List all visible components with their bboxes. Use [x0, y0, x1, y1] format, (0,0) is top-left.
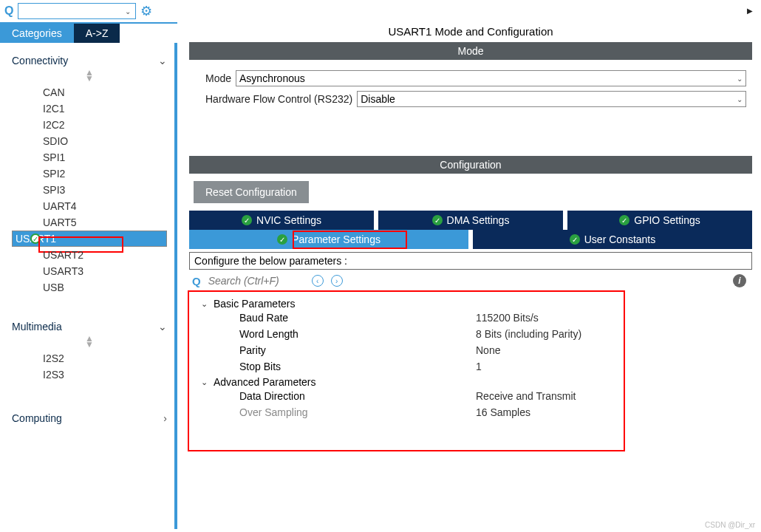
param-row[interactable]: Stop Bits1	[195, 358, 746, 375]
param-row[interactable]: Word Length8 Bits (including Parity)	[195, 326, 746, 342]
group-basic-parameters[interactable]: ⌄Basic Parameters	[195, 298, 746, 310]
page-title: USART1 Mode and Configuration	[189, 25, 752, 38]
main-panel: USART1 Mode and Configuration Mode Mode …	[177, 22, 761, 532]
sidebar-item-i2c1[interactable]: I2C1	[12, 100, 167, 117]
sidebar-item-usart3[interactable]: USART3	[12, 263, 167, 279]
expand-icon[interactable]	[752, 0, 761, 22]
param-row[interactable]: Baud Rate115200 Bits/s	[195, 310, 746, 326]
chevron-right-icon: ›	[163, 412, 167, 424]
sort-icon[interactable]: ▲▼	[12, 69, 167, 81]
group-label: Multimedia	[12, 321, 62, 332]
tab-dma-settings[interactable]: ✓DMA Settings	[378, 211, 563, 230]
tab-az[interactable]: A->Z	[74, 24, 120, 43]
chevron-down-icon: ⌄	[158, 321, 167, 332]
mode-select[interactable]: Asynchronous⌄	[236, 70, 746, 86]
sidebar-item-spi1[interactable]: SPI1	[12, 149, 167, 166]
tab-gpio-settings[interactable]: ✓GPIO Settings	[567, 211, 752, 230]
chevron-down-icon: ⌄	[125, 7, 131, 16]
sort-icon[interactable]: ▲▼	[12, 335, 167, 347]
sidebar-item-uart4[interactable]: UART4	[12, 198, 167, 214]
chevron-down-icon: ⌄	[737, 75, 743, 83]
sidebar-item-i2c2[interactable]: I2C2	[12, 117, 167, 133]
tab-categories[interactable]: Categories	[0, 24, 74, 43]
check-icon: ✓	[570, 234, 580, 245]
sidebar-item-spi2[interactable]: SPI2	[12, 166, 167, 182]
watermark: CSDN @Dir_xr	[705, 521, 755, 529]
sidebar-item-i2s3[interactable]: I2S3	[12, 366, 167, 383]
chevron-down-icon: ⌄	[201, 378, 208, 387]
group-computing[interactable]: Computing ›	[12, 412, 167, 424]
group-label: Computing	[12, 412, 62, 424]
search-icon: Q	[4, 4, 13, 18]
param-search-input[interactable]	[208, 275, 304, 287]
flowcontrol-select[interactable]: Disable⌄	[357, 91, 746, 107]
chevron-down-icon: ⌄	[201, 299, 208, 309]
mode-label: Mode	[205, 72, 231, 84]
category-filter-input[interactable]: ⌄	[18, 3, 136, 19]
sidebar-item-sdio[interactable]: SDIO	[12, 133, 167, 149]
group-connectivity[interactable]: Connectivity ⌄	[12, 55, 167, 66]
sidebar-item-spi3[interactable]: SPI3	[12, 182, 167, 198]
tab-user-constants[interactable]: ✓User Constants	[473, 230, 752, 249]
check-icon: ✓	[619, 215, 629, 225]
check-icon: ✓	[432, 215, 443, 225]
group-multimedia[interactable]: Multimedia ⌄	[12, 321, 167, 332]
reset-configuration-button[interactable]: Reset Configuration	[194, 181, 309, 203]
flowcontrol-label: Hardware Flow Control (RS232)	[205, 93, 352, 105]
check-icon: ✓	[277, 234, 287, 245]
sidebar-item-usart2[interactable]: USART2	[12, 247, 167, 263]
section-mode-header: Mode	[189, 42, 752, 60]
sidebar-item-usb[interactable]: USB	[12, 279, 167, 296]
next-icon[interactable]: ›	[331, 275, 343, 287]
sidebar-item-uart5[interactable]: UART5	[12, 214, 167, 231]
prev-icon[interactable]: ‹	[312, 275, 324, 287]
info-icon[interactable]: i	[733, 274, 746, 287]
tab-parameter-settings[interactable]: ✓Parameter Settings	[189, 230, 468, 249]
group-label: Connectivity	[12, 55, 68, 66]
configure-hint: Configure the below parameters :	[189, 252, 752, 270]
sidebar-item-i2s2[interactable]: I2S2	[12, 350, 167, 366]
tab-nvic-settings[interactable]: ✓NVIC Settings	[189, 211, 374, 230]
gear-icon[interactable]: ⚙	[140, 3, 152, 19]
param-row[interactable]: ParityNone	[195, 342, 746, 358]
chevron-down-icon: ⌄	[737, 95, 743, 103]
search-icon: Q	[192, 275, 201, 287]
sidebar-item-usart1[interactable]: ✓USART1	[12, 231, 167, 247]
check-icon: ✓	[242, 215, 252, 225]
param-row: Over Sampling16 Samples	[195, 404, 746, 420]
section-config-header: Configuration	[189, 156, 752, 174]
group-advanced-parameters[interactable]: ⌄Advanced Parameters	[195, 376, 746, 388]
sidebar: Categories A->Z Connectivity ⌄ ▲▼ CAN I2…	[0, 22, 177, 532]
param-row[interactable]: Data DirectionReceive and Transmit	[195, 388, 746, 404]
check-icon: ✓	[30, 233, 41, 244]
chevron-down-icon: ⌄	[158, 55, 167, 66]
sidebar-item-can[interactable]: CAN	[12, 84, 167, 100]
